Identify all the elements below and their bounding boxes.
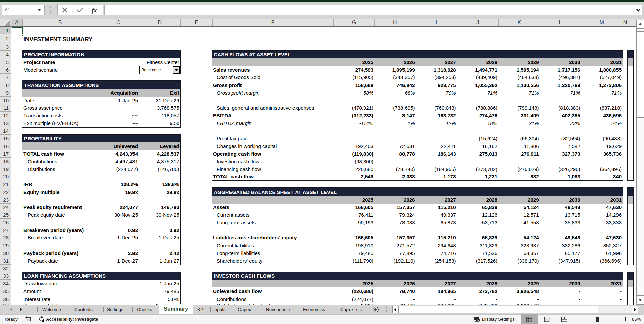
svg-text:fx: fx (92, 7, 97, 14)
